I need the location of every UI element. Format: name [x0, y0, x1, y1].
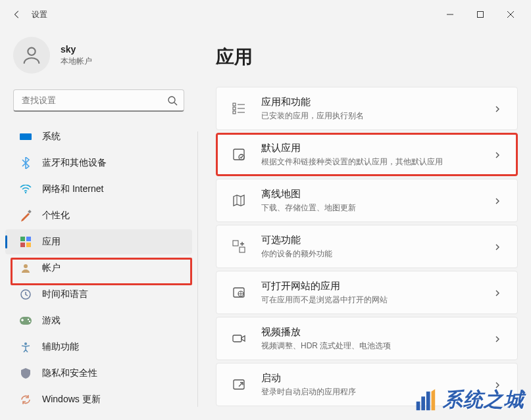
card-apps-features[interactable]: 应用和功能 已安装的应用，应用执行别名	[216, 87, 518, 130]
sidebar-item-personalize[interactable]: 个性化	[5, 203, 192, 228]
website-apps-icon	[231, 285, 247, 300]
card-subtitle: 视频调整、HDR 流式处理、电池选项	[261, 340, 493, 352]
apps-features-icon	[231, 101, 247, 116]
svg-point-14	[24, 264, 28, 268]
sidebar-item-time[interactable]: 时间和语言	[5, 282, 192, 307]
card-title: 可打开网站的应用	[261, 280, 493, 292]
svg-rect-34	[233, 335, 241, 342]
maximize-button[interactable]	[465, 4, 495, 25]
sidebar-item-accessibility[interactable]: 辅助功能	[5, 335, 192, 360]
default-apps-icon	[231, 147, 247, 162]
close-button[interactable]	[495, 4, 526, 25]
minimize-button[interactable]	[435, 4, 465, 25]
gaming-icon	[20, 315, 32, 327]
sidebar-item-label: 网络和 Internet	[42, 183, 103, 195]
svg-point-8	[25, 192, 26, 193]
svg-rect-12	[20, 243, 25, 247]
search-icon	[167, 95, 178, 106]
vertical-separator	[197, 131, 198, 407]
card-subtitle: 可在应用而不是浏览器中打开的网站	[261, 294, 493, 306]
card-subtitle: 你的设备的额外功能	[261, 248, 493, 260]
card-subtitle: 下载、存储位置、地图更新	[261, 202, 493, 214]
sidebar-item-account[interactable]: 帐户	[5, 256, 192, 281]
svg-rect-21	[233, 107, 236, 110]
card-title: 离线地图	[261, 188, 493, 200]
user-block[interactable]: sky 本地帐户	[0, 32, 197, 85]
sidebar-item-label: Windows 更新	[42, 394, 101, 406]
svg-rect-39	[426, 391, 430, 410]
sidebar-item-label: 应用	[42, 236, 61, 248]
card-title: 应用和功能	[261, 96, 493, 108]
sidebar-item-gaming[interactable]: 游戏	[5, 308, 192, 333]
chevron-right-icon	[493, 288, 503, 297]
time-icon	[20, 289, 32, 300]
card-optional-features[interactable]: 可选功能 你的设备的额外功能	[216, 225, 518, 268]
privacy-icon	[20, 367, 32, 379]
chevron-right-icon	[493, 242, 503, 251]
sidebar-item-label: 隐私和安全性	[42, 367, 97, 379]
sidebar-item-bluetooth[interactable]: 蓝牙和其他设备	[5, 151, 192, 175]
svg-point-4	[28, 48, 35, 55]
chevron-right-icon	[493, 104, 503, 113]
card-offline-maps[interactable]: 离线地图 下载、存储位置、地图更新	[216, 179, 518, 222]
sidebar-item-label: 系统	[42, 131, 61, 143]
card-title: 视频播放	[261, 326, 493, 338]
svg-rect-13	[26, 243, 31, 247]
svg-point-17	[28, 319, 29, 320]
search-input[interactable]	[13, 89, 184, 112]
svg-line-6	[174, 103, 177, 105]
sidebar-item-update[interactable]: Windows 更新	[5, 387, 192, 412]
watermark-logo-icon	[413, 388, 438, 413]
svg-rect-11	[26, 237, 31, 241]
watermark-text: 系统之城	[443, 386, 524, 413]
user-subtitle: 本地帐户	[61, 56, 92, 67]
sidebar-item-label: 蓝牙和其他设备	[42, 157, 107, 169]
sidebar-item-system[interactable]: 系统	[5, 124, 192, 149]
card-title: 启动	[261, 372, 493, 385]
back-button[interactable]	[5, 3, 29, 26]
svg-rect-7	[20, 133, 32, 140]
card-subtitle: 根据文件和链接种类设置的默认应用，其他默认应用	[261, 156, 493, 168]
network-icon	[20, 183, 32, 195]
accessibility-icon	[20, 341, 32, 353]
watermark: 系统之城	[413, 386, 524, 413]
sidebar-item-label: 个性化	[42, 210, 70, 222]
svg-rect-38	[421, 396, 425, 410]
offline-maps-icon	[231, 193, 247, 208]
sidebar-item-label: 辅助功能	[42, 341, 79, 353]
svg-rect-37	[417, 401, 420, 409]
sidebar-item-label: 游戏	[42, 315, 61, 327]
card-title: 默认应用	[261, 142, 493, 154]
bluetooth-icon	[20, 157, 32, 169]
card-default-apps[interactable]: 默认应用 根据文件和链接种类设置的默认应用，其他默认应用	[216, 133, 518, 176]
update-icon	[20, 394, 32, 406]
personalize-icon	[20, 210, 32, 222]
optional-features-icon	[231, 239, 247, 254]
svg-rect-1	[478, 12, 484, 18]
card-title: 可选功能	[261, 234, 493, 246]
sidebar-item-label: 帐户	[42, 262, 61, 274]
svg-line-36	[239, 383, 243, 386]
sidebar-item-apps[interactable]: 应用	[5, 229, 192, 254]
svg-point-19	[24, 342, 27, 345]
svg-rect-9	[28, 210, 32, 214]
svg-rect-20	[233, 103, 236, 106]
sidebar-item-network[interactable]: 网络和 Internet	[5, 177, 192, 202]
card-subtitle: 已安装的应用，应用执行别名	[261, 110, 493, 122]
video-playback-icon	[231, 331, 247, 346]
svg-rect-22	[233, 111, 236, 114]
chevron-right-icon	[493, 150, 503, 159]
startup-icon	[231, 377, 247, 392]
svg-rect-10	[20, 237, 25, 241]
chevron-right-icon	[493, 196, 503, 205]
card-website-apps[interactable]: 可打开网站的应用 可在应用而不是浏览器中打开的网站	[216, 271, 518, 314]
page-title: 应用	[216, 45, 518, 70]
card-video-playback[interactable]: 视频播放 视频调整、HDR 流式处理、电池选项	[216, 317, 518, 360]
sidebar-item-privacy[interactable]: 隐私和安全性	[5, 361, 192, 386]
window-title: 设置	[32, 9, 47, 20]
chevron-right-icon	[493, 334, 503, 343]
svg-point-18	[29, 321, 30, 322]
sidebar-item-label: 时间和语言	[42, 289, 88, 300]
system-icon	[20, 131, 32, 143]
account-icon	[20, 262, 32, 274]
